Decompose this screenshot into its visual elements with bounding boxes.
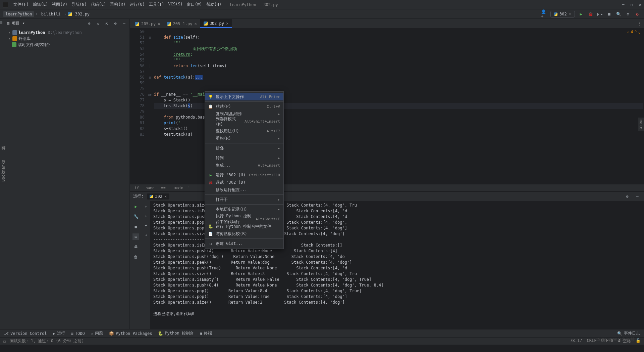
context-menu-item[interactable]: 🐍运行 Python 控制台中的文件	[205, 223, 283, 230]
tree-root[interactable]: › learnPython D:\learnPython	[5, 30, 129, 36]
context-menu-item[interactable]: 本地历史记录(H)▸	[205, 206, 283, 213]
btab-todo[interactable]: ≡ TODO	[71, 331, 85, 336]
debug-button[interactable]: 🐞	[587, 11, 594, 17]
context-menu-item[interactable]: ○创建 Gist...	[205, 240, 283, 247]
menu-file[interactable]: 文件(F)	[11, 0, 31, 9]
tab-205[interactable]: 205.py×	[132, 19, 164, 28]
hide-icon[interactable]: —	[634, 193, 641, 200]
context-menu-item[interactable]: 列选择模式(M)Alt+Shift+Insert	[205, 118, 283, 125]
btab-terminal[interactable]: ▣ 终端	[200, 331, 212, 336]
btab-vcs[interactable]: ⎇ Version Control	[4, 331, 47, 336]
menu-tools[interactable]: 工具(T)	[147, 0, 166, 9]
context-menu-item[interactable]: 打开于▸	[205, 196, 283, 203]
context-menu-item[interactable]: 重构(R)▸	[205, 135, 283, 142]
context-menu-item[interactable]: 📋粘贴(P)Ctrl+V	[205, 103, 283, 110]
left-stripe[interactable]: Bookmarks 结构	[0, 151, 7, 184]
menu-code[interactable]: 代码(C)	[89, 0, 108, 9]
chevron-right-icon: ›	[64, 12, 66, 16]
up-icon[interactable]: ↑	[143, 203, 149, 210]
expand-all-icon[interactable]: ⇲	[95, 20, 101, 27]
context-menu-item[interactable]: 🐞调试 '302'(D)	[205, 179, 283, 186]
run-tab[interactable]: 302 ×	[147, 193, 169, 200]
select-opened-file-icon[interactable]: ⊕	[86, 20, 93, 27]
context-menu-item[interactable]: 查找用法(U)Alt+F7	[205, 127, 283, 135]
inspections-widget[interactable]: ⚠ 4 ⌃ ⌄	[627, 30, 641, 34]
context-menu-item[interactable]: 修改运行配置...	[205, 186, 283, 193]
lock-icon[interactable]: 🔓	[636, 338, 641, 344]
btab-problems[interactable]: ⚠ 问题	[91, 331, 103, 336]
hide-icon[interactable]: —	[121, 20, 127, 27]
down-icon[interactable]: ↓	[143, 213, 149, 219]
attach-button[interactable]: 🔧	[132, 213, 139, 220]
maximize-icon[interactable]: ☐	[631, 2, 633, 7]
event-log[interactable]: 🔍 事件日志	[617, 331, 640, 336]
btab-python-packages[interactable]: 📦 Python Packages	[109, 331, 152, 336]
settings-icon[interactable]: ⚙	[112, 20, 119, 27]
menu-view[interactable]: 视图(V)	[50, 0, 69, 9]
run-button[interactable]: ▶	[578, 11, 584, 17]
trash-button[interactable]: 🗑	[132, 254, 139, 260]
layout-button[interactable]: ⊞	[132, 233, 139, 240]
crumb-file[interactable]: 302.py	[73, 11, 92, 17]
tree-node-external-libs[interactable]: › 外部库	[5, 36, 129, 42]
fold-gutter[interactable]: ⊟│⊞⊟▶	[147, 28, 153, 184]
context-menu-item[interactable]: ▶运行 '302'(U)Ctrl+Shift+F10	[205, 171, 283, 179]
python-icon	[135, 22, 139, 26]
menu-navigate[interactable]: 导航(N)	[69, 0, 89, 9]
menu-window[interactable]: 窗口(W)	[185, 0, 204, 9]
console-line: Stack Operation:s.pop() Return Value:8.4…	[153, 288, 641, 294]
chevron-down-icon[interactable]: ⌄	[638, 30, 641, 34]
settings-icon[interactable]: ⚙	[624, 193, 631, 200]
context-menu: 💡显示上下文操作Alt+Enter📋粘贴(P)Ctrl+V复制/粘贴特殊▸列选择…	[205, 91, 284, 249]
context-menu-item[interactable]: 📄与剪贴板比较(B)	[205, 230, 283, 237]
bottom-tool-tabs: ⎇ Version Control ▶ 运行 ≡ TODO ⚠ 问题 📦 Pyt…	[0, 329, 644, 337]
more-run-button[interactable]: ⏵▸	[596, 11, 603, 17]
stop-button[interactable]: ■	[132, 223, 139, 230]
close-icon[interactable]: ✕	[639, 2, 641, 7]
menu-run[interactable]: 运行(U)	[127, 0, 147, 9]
tab-302[interactable]: 302.py×	[200, 19, 232, 28]
project-view-dropdown[interactable]: ▤ 项目 ▾	[7, 20, 25, 26]
right-stripe[interactable]: make	[638, 118, 644, 131]
expand-arrow-icon[interactable]: ›	[8, 30, 11, 35]
search-icon[interactable]: 🔍	[615, 11, 622, 17]
menu-edit[interactable]: 编辑(E)	[31, 0, 50, 9]
rerun-button[interactable]: ▶	[132, 203, 139, 210]
menu-help[interactable]: 帮助(H)	[204, 0, 224, 9]
expand-arrow-icon[interactable]: ›	[8, 36, 11, 41]
settings-icon[interactable]: ⚙	[625, 11, 631, 17]
crumb-root[interactable]: learnPython	[3, 11, 34, 17]
btab-run[interactable]: ▶ 运行	[53, 331, 65, 336]
close-tab-icon[interactable]: ×	[194, 21, 197, 26]
project-tree[interactable]: › learnPython D:\learnPython › 外部库 临时文件和…	[5, 28, 129, 329]
context-menu-item[interactable]: 转到▸	[205, 154, 283, 162]
menu-refactor[interactable]: 重构(R)	[108, 0, 127, 9]
minimize-icon[interactable]: ─	[622, 2, 624, 7]
context-menu-item[interactable]: 💡显示上下文操作Alt+Enter	[205, 93, 283, 100]
soft-wrap-icon[interactable]: ↩	[143, 222, 149, 229]
btab-python-console[interactable]: 🐍 Python 控制台	[158, 331, 194, 336]
print-button[interactable]: 🖶	[132, 244, 139, 250]
python-icon	[204, 21, 208, 26]
crumb-folder[interactable]: bilibili	[39, 11, 63, 17]
scroll-end-icon[interactable]: ⇥	[143, 231, 149, 238]
add-user-icon[interactable]: 👤+	[541, 11, 548, 17]
collapse-all-icon[interactable]: ⇱	[103, 20, 110, 27]
close-icon[interactable]: ×	[164, 194, 167, 199]
run-left-toolbar: ▶ 🔧 ■ ⊞ 🖶 🗑	[130, 201, 142, 329]
run-config-dropdown[interactable]: 302 ▾	[550, 11, 575, 17]
close-tab-icon[interactable]: ×	[226, 21, 228, 26]
stop-button[interactable]: ■	[606, 11, 612, 17]
[interactable]: ⋮	[637, 19, 644, 28]
tree-node-scratches[interactable]: 临时文件和控制台	[5, 42, 129, 48]
menu-vcs[interactable]: VCS(S)	[166, 0, 185, 9]
status-icon[interactable]: ☐	[3, 339, 6, 344]
context-menu-item[interactable]: 生成...Alt+Insert	[205, 162, 283, 169]
caret-position[interactable]: 78:17	[570, 338, 582, 344]
more-icon[interactable]: ◐	[634, 11, 641, 17]
context-menu-item[interactable]: 折叠▸	[205, 144, 283, 152]
tab-205-1[interactable]: 205_1.py×	[164, 19, 200, 28]
context-menu-item[interactable]: 执行 Python 控制台中的代码行Alt+Shift+E	[205, 215, 283, 223]
close-tab-icon[interactable]: ×	[158, 21, 160, 26]
chevron-up-icon[interactable]: ⌃	[635, 30, 637, 34]
